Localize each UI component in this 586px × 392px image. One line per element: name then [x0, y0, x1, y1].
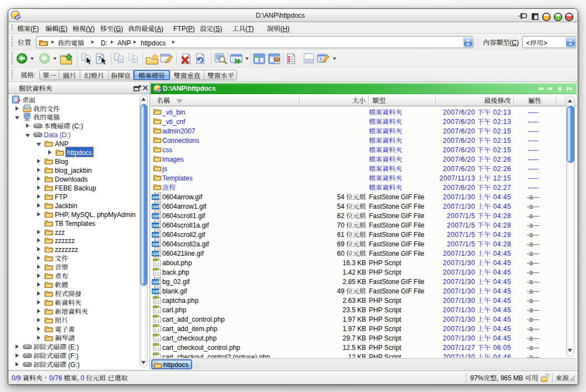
svg-text:GIF: GIF — [152, 223, 160, 228]
svg-text:?: ? — [319, 56, 322, 62]
svg-text:GIF: GIF — [152, 242, 160, 247]
svg-text:GIF: GIF — [152, 204, 160, 209]
svg-text:?: ? — [97, 55, 101, 61]
svg-text:GIF: GIF — [152, 195, 160, 200]
svg-text:GIF: GIF — [152, 233, 160, 238]
svg-text:GIF: GIF — [152, 214, 160, 219]
svg-text:GIF: GIF — [152, 251, 160, 256]
svg-text:GIF: GIF — [152, 280, 160, 285]
svg-text:GIF: GIF — [152, 289, 160, 294]
